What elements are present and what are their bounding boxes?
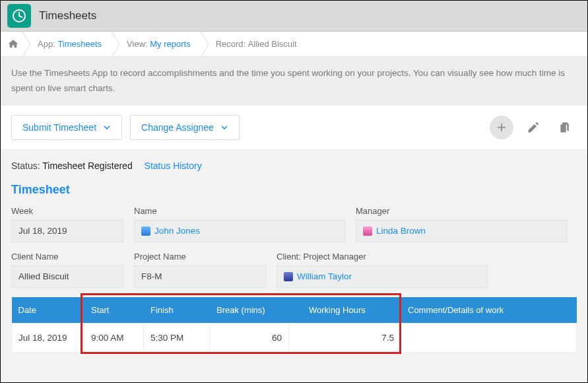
th-comment: Comment/Details of work bbox=[401, 297, 577, 324]
crumb-app[interactable]: App: Timesheets bbox=[23, 32, 112, 57]
content-area: Use the Timesheets App to record accompl… bbox=[1, 57, 587, 382]
manager-value[interactable]: Linda Brown bbox=[356, 220, 567, 242]
cell-date: Jul 18, 2019 bbox=[12, 323, 84, 352]
client-name-label: Client Name bbox=[11, 252, 123, 261]
submit-timesheet-label: Submit Timesheet bbox=[22, 122, 96, 133]
cell-start: 9:00 AM bbox=[84, 323, 144, 352]
action-toolbar: Submit Timesheet Change Assignee bbox=[1, 106, 587, 150]
cell-break: 60 bbox=[210, 323, 289, 352]
status-history-link[interactable]: Status History bbox=[145, 160, 202, 171]
manager-text: Linda Brown bbox=[376, 226, 426, 236]
section-title: Timesheet bbox=[1, 176, 587, 206]
week-value: Jul 18, 2019 bbox=[11, 220, 123, 242]
crumb-view[interactable]: View: My reports bbox=[112, 32, 201, 57]
manager-label: Manager bbox=[356, 206, 567, 216]
table-header-row: Date Start Finish Break (mins) Working H… bbox=[12, 297, 577, 324]
client-pm-text: William Taylor bbox=[297, 271, 352, 281]
th-date: Date bbox=[12, 297, 84, 324]
home-icon[interactable] bbox=[7, 38, 19, 50]
name-text: John Jones bbox=[154, 226, 200, 236]
pencil-icon bbox=[527, 121, 540, 134]
crumb-record: Record: Allied Biscuit bbox=[201, 32, 308, 57]
change-assignee-button[interactable]: Change Assignee bbox=[130, 115, 240, 140]
copy-icon bbox=[558, 121, 572, 134]
app-header: Timesheets bbox=[1, 1, 587, 32]
table-row[interactable]: Jul 18, 2019 9:00 AM 5:30 PM 60 7.5 bbox=[12, 323, 577, 352]
client-name-value: Allied Biscuit bbox=[11, 265, 123, 288]
status-value: Timesheet Registered bbox=[42, 160, 132, 171]
th-start: Start bbox=[84, 297, 144, 324]
th-finish: Finish bbox=[144, 297, 210, 324]
copy-button[interactable] bbox=[553, 116, 577, 139]
name-label: Name bbox=[134, 206, 345, 216]
crumb-view-link[interactable]: My reports bbox=[150, 39, 190, 49]
app-description: Use the Timesheets App to record accompl… bbox=[1, 57, 587, 106]
crumb-app-link[interactable]: Timesheets bbox=[57, 39, 102, 49]
crumb-app-label: App: bbox=[38, 39, 55, 49]
name-value[interactable]: John Jones bbox=[134, 220, 345, 242]
chevron-down-icon bbox=[220, 123, 228, 131]
cell-hours: 7.5 bbox=[289, 323, 401, 352]
timesheet-table-area: Date Start Finish Break (mins) Working H… bbox=[1, 297, 587, 353]
project-name-value: F8-M bbox=[134, 265, 266, 288]
th-break: Break (mins) bbox=[210, 297, 289, 324]
client-pm-label: Client: Project Manager bbox=[277, 252, 488, 261]
client-pm-value[interactable]: William Taylor bbox=[277, 265, 488, 288]
project-name-label: Project Name bbox=[134, 252, 266, 261]
plus-icon bbox=[495, 121, 508, 134]
timesheet-table: Date Start Finish Break (mins) Working H… bbox=[11, 297, 577, 353]
app-icon-clock bbox=[7, 4, 31, 28]
week-label: Week bbox=[11, 206, 123, 216]
avatar-icon bbox=[141, 226, 150, 236]
status-row: Status: Timesheet Registered Status Hist… bbox=[1, 150, 587, 176]
cell-comment bbox=[401, 323, 577, 352]
change-assignee-label: Change Assignee bbox=[141, 122, 214, 133]
th-hours: Working Hours bbox=[289, 297, 401, 324]
form-area: Week Jul 18, 2019 Name John Jones Manage… bbox=[1, 206, 587, 288]
status-label: Status: bbox=[11, 160, 40, 171]
avatar-icon bbox=[363, 226, 372, 236]
crumb-record-text: Allied Biscuit bbox=[248, 39, 297, 49]
crumb-record-label: Record: bbox=[216, 39, 246, 49]
edit-button[interactable] bbox=[521, 116, 545, 139]
app-title: Timesheets bbox=[39, 9, 96, 22]
cell-finish: 5:30 PM bbox=[144, 323, 210, 352]
avatar-icon bbox=[284, 272, 293, 281]
breadcrumb: App: Timesheets View: My reports Record:… bbox=[1, 32, 587, 57]
crumb-view-label: View: bbox=[127, 39, 148, 49]
submit-timesheet-button[interactable]: Submit Timesheet bbox=[11, 115, 122, 140]
add-button[interactable] bbox=[490, 116, 513, 139]
chevron-down-icon bbox=[103, 123, 111, 131]
